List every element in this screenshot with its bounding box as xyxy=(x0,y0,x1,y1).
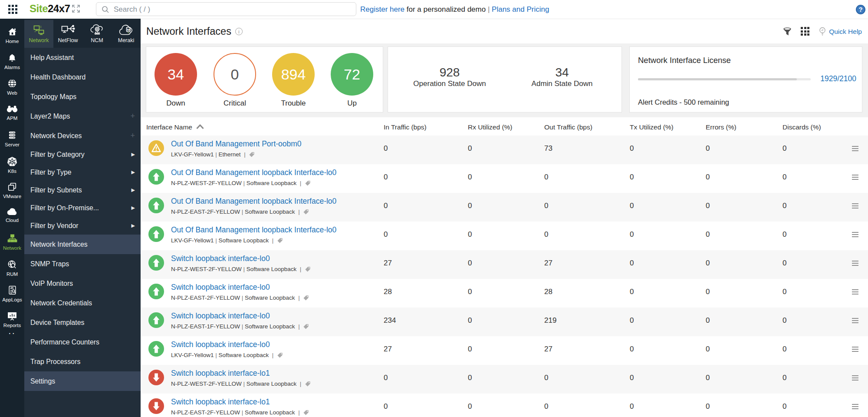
svg-text:M: M xyxy=(127,27,129,31)
